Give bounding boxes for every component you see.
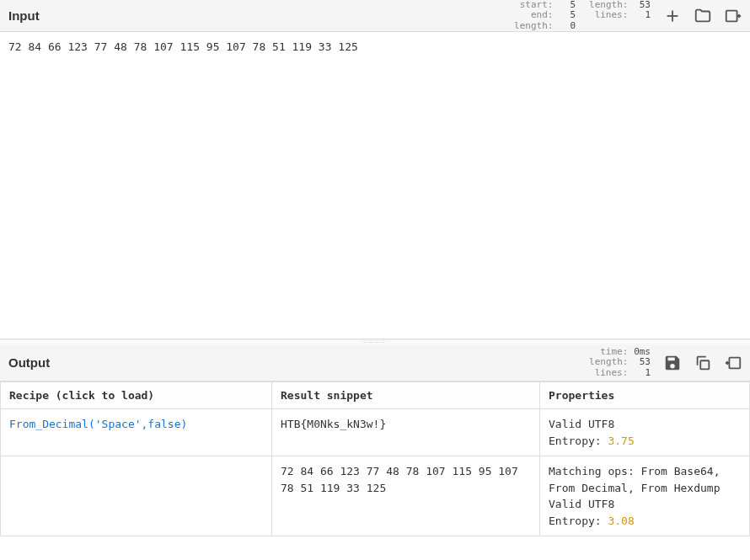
result-snippet: 72 84 66 123 77 48 78 107 115 95 107 78 … — [272, 456, 540, 536]
output-header: Output time: 0ms length: 53 lines: 1 — [0, 344, 750, 381]
copy-output-button[interactable] — [693, 353, 713, 373]
svg-rect-3 — [700, 360, 709, 369]
recipe-link[interactable]: From_Decimal('Space',false) — [9, 418, 187, 430]
output-title: Output — [8, 355, 50, 370]
save-output-button[interactable] — [662, 353, 683, 373]
result-properties: Valid UTF8Entropy: 3.75 — [540, 409, 750, 456]
add-tab-button[interactable] — [662, 6, 683, 26]
output-stats: time: 0ms length: 53 lines: 1 — [589, 347, 651, 379]
input-stats: start: 5 end: 5 length: 0 length: 53 lin… — [514, 0, 651, 31]
replace-input-button[interactable] — [723, 353, 743, 373]
col-header-recipe: Recipe (click to load) — [1, 382, 272, 409]
col-header-properties: Properties — [540, 382, 750, 409]
output-toolbar — [662, 353, 743, 373]
input-header: Input start: 5 end: 5 length: 0 length: … — [0, 0, 750, 32]
col-header-result: Result snippet — [272, 382, 540, 409]
result-properties: Matching ops: From Base64, From Decimal,… — [540, 456, 750, 536]
input-title: Input — [8, 8, 40, 23]
open-folder-button[interactable] — [693, 6, 713, 26]
output-section: Output time: 0ms length: 53 lines: 1 Rec… — [0, 344, 750, 536]
input-textarea[interactable]: 72 84 66 123 77 48 78 107 115 95 107 78 … — [0, 32, 750, 339]
input-section: Input start: 5 end: 5 length: 0 length: … — [0, 0, 750, 339]
input-toolbar — [662, 6, 743, 26]
table-row: 72 84 66 123 77 48 78 107 115 95 107 78 … — [1, 456, 750, 536]
clear-input-button[interactable] — [723, 6, 743, 26]
table-row: From_Decimal('Space',false) HTB{M0Nks_kN… — [1, 409, 750, 456]
svg-rect-2 — [726, 10, 737, 21]
results-table: Recipe (click to load) Result snippet Pr… — [0, 381, 750, 536]
result-snippet: HTB{M0Nks_kN3w!} — [272, 409, 540, 456]
table-header-row: Recipe (click to load) Result snippet Pr… — [1, 382, 750, 409]
svg-rect-4 — [729, 357, 740, 368]
